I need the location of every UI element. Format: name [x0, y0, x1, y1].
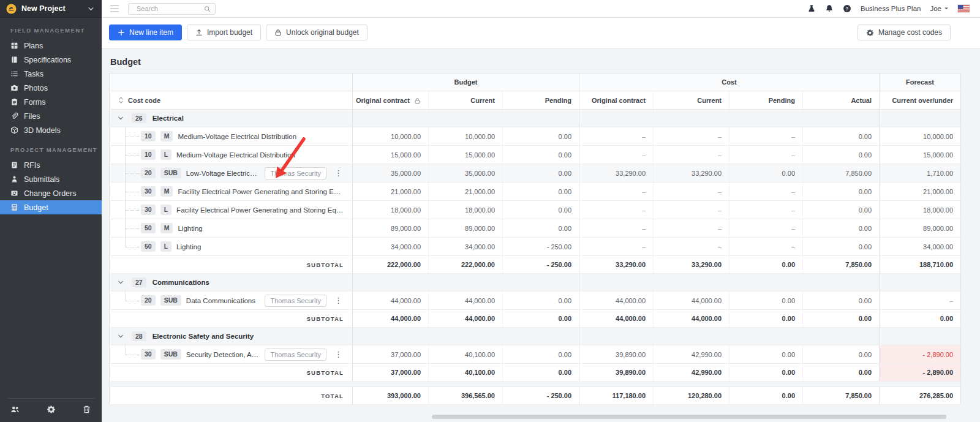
amount-cell[interactable]: –: [654, 201, 729, 219]
amount-cell[interactable]: 34,000.00: [353, 238, 429, 256]
vendor-tag[interactable]: Thomas Security: [265, 295, 326, 307]
amount-cell[interactable]: 0.00: [503, 127, 579, 146]
amount-cell[interactable]: 35,000.00: [429, 164, 503, 183]
sidebar-item-budget[interactable]: Budget: [0, 200, 102, 214]
amount-cell[interactable]: 0.00: [803, 238, 880, 256]
unlock-original-budget-button[interactable]: Unlock original budget: [266, 24, 368, 40]
chevron-down-icon[interactable]: [118, 279, 124, 285]
amount-cell[interactable]: 0.00: [503, 164, 579, 183]
line-item-row[interactable]: 20SUBLow-Voltage Electrical Distribution…: [110, 164, 961, 183]
amount-cell[interactable]: –: [729, 127, 803, 146]
amount-cell[interactable]: 18,000.00: [429, 201, 503, 219]
people-icon[interactable]: [10, 405, 20, 414]
amount-cell[interactable]: 1,710.00: [880, 164, 961, 183]
amount-cell[interactable]: –: [654, 146, 729, 164]
amount-cell[interactable]: 42,990.00: [654, 345, 729, 364]
sidebar-item-files[interactable]: Files: [0, 109, 102, 123]
amount-cell[interactable]: 15,000.00: [880, 146, 961, 164]
sidebar-item-change-orders[interactable]: Change Orders: [0, 186, 102, 200]
amount-cell[interactable]: –: [654, 238, 729, 256]
amount-cell[interactable]: 10,000.00: [353, 127, 429, 146]
project-switcher[interactable]: New Project: [0, 0, 102, 18]
line-item-row[interactable]: 30LFacility Electrical Power Generating …: [110, 201, 961, 219]
amount-cell[interactable]: –: [729, 201, 803, 219]
amount-cell[interactable]: 0.00: [803, 183, 880, 201]
amount-cell[interactable]: 0.00: [729, 292, 803, 310]
manage-cost-codes-button[interactable]: Manage cost codes: [858, 24, 951, 40]
gear-icon[interactable]: [47, 405, 56, 414]
line-item-row[interactable]: 50MLighting89,000.0089,000.000.00–––0.00…: [110, 219, 961, 238]
section-row-26[interactable]: 26Electrical: [110, 110, 961, 127]
user-menu[interactable]: Joe: [930, 5, 949, 12]
section-row-27[interactable]: 27Communications: [110, 274, 961, 292]
amount-cell[interactable]: –: [654, 183, 729, 201]
chevron-down-icon[interactable]: [118, 333, 124, 339]
amount-cell[interactable]: –: [880, 292, 961, 310]
amount-cell[interactable]: 0.00: [803, 219, 880, 238]
amount-cell[interactable]: –: [579, 238, 654, 256]
amount-cell[interactable]: –: [579, 219, 654, 238]
line-item-row[interactable]: 20SUBData CommunicationsThomas Security⋮…: [110, 292, 961, 310]
amount-cell[interactable]: –: [579, 146, 654, 164]
amount-cell[interactable]: 44,000.00: [654, 292, 729, 310]
row-menu-icon[interactable]: ⋮: [333, 169, 344, 177]
amount-cell[interactable]: - 250.00: [503, 238, 579, 256]
trash-icon[interactable]: [82, 405, 91, 414]
amount-cell[interactable]: –: [729, 183, 803, 201]
bell-icon[interactable]: [825, 4, 834, 13]
amount-cell[interactable]: 0.00: [803, 201, 880, 219]
amount-cell[interactable]: 15,000.00: [429, 146, 503, 164]
chevron-down-icon[interactable]: [118, 115, 124, 121]
amount-cell[interactable]: –: [729, 146, 803, 164]
amount-cell[interactable]: 0.00: [503, 345, 579, 364]
search-icon[interactable]: [204, 6, 211, 12]
sidebar-item-specifications[interactable]: Specifications: [0, 53, 102, 67]
amount-cell[interactable]: 40,100.00: [429, 345, 503, 364]
amount-cell[interactable]: - 2,890.00: [880, 345, 961, 364]
amount-cell[interactable]: 34,000.00: [880, 238, 961, 256]
amount-cell[interactable]: 35,000.00: [353, 164, 429, 183]
amount-cell[interactable]: 15,000.00: [353, 146, 429, 164]
amount-cell[interactable]: 0.00: [729, 164, 803, 183]
sidebar-item-tasks[interactable]: Tasks: [0, 67, 102, 81]
amount-cell[interactable]: 0.00: [503, 219, 579, 238]
amount-cell[interactable]: –: [729, 238, 803, 256]
amount-cell[interactable]: 44,000.00: [353, 292, 429, 310]
line-item-row[interactable]: 30MFacility Electrical Power Generating …: [110, 183, 961, 201]
amount-cell[interactable]: –: [654, 219, 729, 238]
amount-cell[interactable]: 0.00: [503, 292, 579, 310]
amount-cell[interactable]: –: [579, 201, 654, 219]
amount-cell[interactable]: 10,000.00: [429, 127, 503, 146]
line-item-row[interactable]: 10LMedium-Voltage Electrical Distributio…: [110, 146, 961, 164]
amount-cell[interactable]: 0.00: [803, 345, 880, 364]
amount-cell[interactable]: 89,000.00: [353, 219, 429, 238]
amount-cell[interactable]: 21,000.00: [353, 183, 429, 201]
amount-cell[interactable]: 0.00: [503, 183, 579, 201]
line-item-row[interactable]: 10MMedium-Voltage Electrical Distributio…: [110, 127, 961, 146]
col-header-pending[interactable]: Pending: [729, 91, 803, 110]
amount-cell[interactable]: 0.00: [729, 345, 803, 364]
amount-cell[interactable]: 21,000.00: [429, 183, 503, 201]
horizontal-scrollbar[interactable]: [432, 415, 946, 419]
amount-cell[interactable]: –: [579, 127, 654, 146]
amount-cell[interactable]: 44,000.00: [429, 292, 503, 310]
col-header-original-contract[interactable]: Original contract: [579, 91, 654, 110]
amount-cell[interactable]: 0.00: [803, 127, 880, 146]
us-flag-icon[interactable]: [958, 5, 970, 12]
flask-icon[interactable]: [807, 4, 816, 13]
col-header-current[interactable]: Current: [429, 91, 503, 110]
section-row-28[interactable]: 28Electronic Safety and Security: [110, 328, 961, 345]
sidebar-item-forms[interactable]: Forms: [0, 95, 102, 109]
help-icon[interactable]: ?: [843, 4, 851, 13]
amount-cell[interactable]: 89,000.00: [880, 219, 961, 238]
col-header-actual[interactable]: Actual: [803, 91, 880, 110]
amount-cell[interactable]: 0.00: [803, 146, 880, 164]
row-menu-icon[interactable]: ⋮: [333, 296, 344, 304]
amount-cell[interactable]: 44,000.00: [579, 292, 654, 310]
line-item-row[interactable]: 30SUBSecurity Detection, Alarm, and Moni…: [110, 345, 961, 364]
amount-cell[interactable]: 0.00: [803, 292, 880, 310]
amount-cell[interactable]: 18,000.00: [353, 201, 429, 219]
sidebar-item-submittals[interactable]: Submittals: [0, 172, 102, 186]
menu-icon[interactable]: [110, 4, 119, 13]
amount-cell[interactable]: –: [579, 183, 654, 201]
